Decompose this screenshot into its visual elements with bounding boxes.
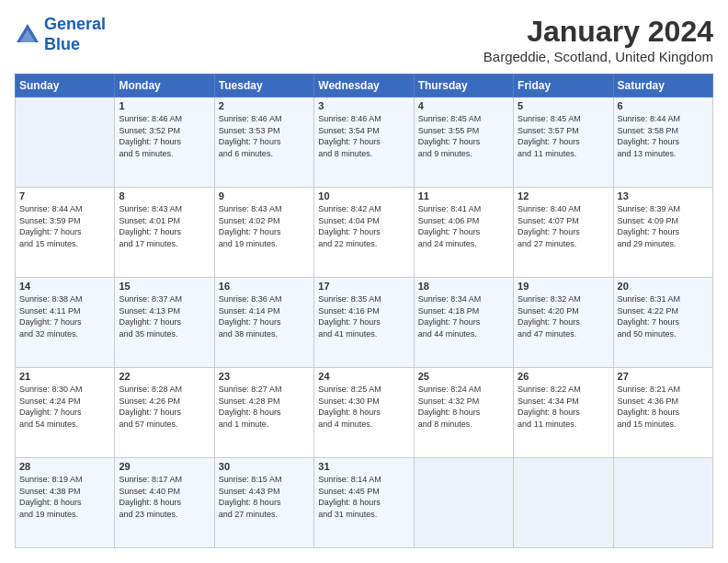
table-row: 19Sunrise: 8:32 AM Sunset: 4:20 PM Dayli…	[514, 278, 613, 368]
col-tuesday: Tuesday	[214, 75, 313, 98]
day-number: 10	[318, 190, 409, 201]
page: General Blue January 2024 Bargeddie, Sco…	[0, 0, 728, 563]
table-row: 29Sunrise: 8:17 AM Sunset: 4:40 PM Dayli…	[115, 458, 214, 548]
table-row: 10Sunrise: 8:42 AM Sunset: 4:04 PM Dayli…	[314, 188, 414, 278]
table-row: 31Sunrise: 8:14 AM Sunset: 4:45 PM Dayli…	[314, 458, 414, 548]
table-row: 20Sunrise: 8:31 AM Sunset: 4:22 PM Dayli…	[613, 278, 712, 368]
day-number: 5	[518, 100, 609, 111]
day-number: 29	[119, 461, 210, 472]
table-row: 6Sunrise: 8:44 AM Sunset: 3:58 PM Daylig…	[613, 98, 712, 188]
table-row	[16, 98, 115, 188]
table-row: 15Sunrise: 8:37 AM Sunset: 4:13 PM Dayli…	[115, 278, 214, 368]
day-number: 11	[418, 190, 509, 201]
day-number: 28	[19, 461, 110, 472]
calendar-week-row: 1Sunrise: 8:46 AM Sunset: 3:52 PM Daylig…	[16, 98, 713, 188]
table-row: 22Sunrise: 8:28 AM Sunset: 4:26 PM Dayli…	[115, 368, 214, 458]
table-row: 25Sunrise: 8:24 AM Sunset: 4:32 PM Dayli…	[414, 368, 513, 458]
day-info: Sunrise: 8:41 AM Sunset: 4:06 PM Dayligh…	[418, 203, 509, 249]
table-row: 16Sunrise: 8:36 AM Sunset: 4:14 PM Dayli…	[214, 278, 313, 368]
logo: General Blue	[15, 15, 106, 54]
table-row: 1Sunrise: 8:46 AM Sunset: 3:52 PM Daylig…	[115, 98, 214, 188]
calendar-title: January 2024	[483, 15, 713, 49]
day-number: 30	[219, 461, 310, 472]
day-number: 27	[618, 371, 709, 382]
day-info: Sunrise: 8:17 AM Sunset: 4:40 PM Dayligh…	[119, 474, 210, 520]
col-friday: Friday	[514, 75, 613, 98]
table-row: 8Sunrise: 8:43 AM Sunset: 4:01 PM Daylig…	[115, 188, 214, 278]
day-info: Sunrise: 8:30 AM Sunset: 4:24 PM Dayligh…	[19, 384, 110, 430]
day-number: 15	[119, 281, 210, 292]
table-row: 5Sunrise: 8:45 AM Sunset: 3:57 PM Daylig…	[514, 98, 613, 188]
day-number: 4	[418, 100, 509, 111]
table-row: 18Sunrise: 8:34 AM Sunset: 4:18 PM Dayli…	[414, 278, 513, 368]
day-info: Sunrise: 8:25 AM Sunset: 4:30 PM Dayligh…	[318, 384, 409, 430]
day-number: 6	[618, 100, 709, 111]
day-info: Sunrise: 8:32 AM Sunset: 4:20 PM Dayligh…	[518, 293, 609, 339]
table-row: 9Sunrise: 8:43 AM Sunset: 4:02 PM Daylig…	[214, 188, 313, 278]
day-info: Sunrise: 8:21 AM Sunset: 4:36 PM Dayligh…	[618, 384, 709, 430]
header: General Blue January 2024 Bargeddie, Sco…	[15, 15, 713, 64]
calendar-table: Sunday Monday Tuesday Wednesday Thursday…	[15, 74, 713, 548]
day-info: Sunrise: 8:39 AM Sunset: 4:09 PM Dayligh…	[618, 203, 709, 249]
day-info: Sunrise: 8:44 AM Sunset: 3:58 PM Dayligh…	[618, 113, 709, 159]
calendar-week-row: 7Sunrise: 8:44 AM Sunset: 3:59 PM Daylig…	[16, 188, 713, 278]
calendar-week-row: 28Sunrise: 8:19 AM Sunset: 4:38 PM Dayli…	[16, 458, 713, 548]
col-saturday: Saturday	[613, 75, 712, 98]
day-info: Sunrise: 8:27 AM Sunset: 4:28 PM Dayligh…	[219, 384, 310, 430]
table-row: 2Sunrise: 8:46 AM Sunset: 3:53 PM Daylig…	[214, 98, 313, 188]
day-info: Sunrise: 8:45 AM Sunset: 3:55 PM Dayligh…	[418, 113, 509, 159]
day-number: 16	[219, 281, 310, 292]
day-info: Sunrise: 8:28 AM Sunset: 4:26 PM Dayligh…	[119, 384, 210, 430]
day-number: 31	[318, 461, 409, 472]
table-row: 28Sunrise: 8:19 AM Sunset: 4:38 PM Dayli…	[16, 458, 115, 548]
title-block: January 2024 Bargeddie, Scotland, United…	[483, 15, 713, 64]
day-number: 14	[19, 281, 110, 292]
day-number: 26	[518, 371, 609, 382]
col-wednesday: Wednesday	[314, 75, 414, 98]
logo-icon	[15, 22, 40, 48]
day-info: Sunrise: 8:43 AM Sunset: 4:01 PM Dayligh…	[119, 203, 210, 249]
table-row: 24Sunrise: 8:25 AM Sunset: 4:30 PM Dayli…	[314, 368, 414, 458]
day-info: Sunrise: 8:19 AM Sunset: 4:38 PM Dayligh…	[19, 474, 110, 520]
day-info: Sunrise: 8:35 AM Sunset: 4:16 PM Dayligh…	[318, 293, 409, 339]
table-row: 27Sunrise: 8:21 AM Sunset: 4:36 PM Dayli…	[613, 368, 712, 458]
table-row: 13Sunrise: 8:39 AM Sunset: 4:09 PM Dayli…	[613, 188, 712, 278]
calendar-week-row: 14Sunrise: 8:38 AM Sunset: 4:11 PM Dayli…	[16, 278, 713, 368]
day-number: 2	[219, 100, 310, 111]
day-info: Sunrise: 8:36 AM Sunset: 4:14 PM Dayligh…	[219, 293, 310, 339]
day-info: Sunrise: 8:46 AM Sunset: 3:52 PM Dayligh…	[119, 113, 210, 159]
table-row: 4Sunrise: 8:45 AM Sunset: 3:55 PM Daylig…	[414, 98, 513, 188]
day-info: Sunrise: 8:24 AM Sunset: 4:32 PM Dayligh…	[418, 384, 509, 430]
table-row	[414, 458, 513, 548]
day-info: Sunrise: 8:37 AM Sunset: 4:13 PM Dayligh…	[119, 293, 210, 339]
day-info: Sunrise: 8:46 AM Sunset: 3:54 PM Dayligh…	[318, 113, 409, 159]
day-info: Sunrise: 8:42 AM Sunset: 4:04 PM Dayligh…	[318, 203, 409, 249]
day-info: Sunrise: 8:46 AM Sunset: 3:53 PM Dayligh…	[219, 113, 310, 159]
col-thursday: Thursday	[414, 75, 513, 98]
table-row: 26Sunrise: 8:22 AM Sunset: 4:34 PM Dayli…	[514, 368, 613, 458]
day-number: 18	[418, 281, 509, 292]
calendar-header-row: Sunday Monday Tuesday Wednesday Thursday…	[16, 75, 713, 98]
table-row: 14Sunrise: 8:38 AM Sunset: 4:11 PM Dayli…	[16, 278, 115, 368]
day-number: 24	[318, 371, 409, 382]
day-number: 19	[518, 281, 609, 292]
table-row: 23Sunrise: 8:27 AM Sunset: 4:28 PM Dayli…	[214, 368, 313, 458]
day-number: 12	[518, 190, 609, 201]
day-number: 22	[119, 371, 210, 382]
day-number: 7	[19, 190, 110, 201]
day-number: 23	[219, 371, 310, 382]
table-row: 17Sunrise: 8:35 AM Sunset: 4:16 PM Dayli…	[314, 278, 414, 368]
day-number: 9	[219, 190, 310, 201]
logo-general: General	[44, 15, 106, 33]
day-number: 8	[119, 190, 210, 201]
day-info: Sunrise: 8:40 AM Sunset: 4:07 PM Dayligh…	[518, 203, 609, 249]
table-row	[514, 458, 613, 548]
day-info: Sunrise: 8:34 AM Sunset: 4:18 PM Dayligh…	[418, 293, 509, 339]
calendar-week-row: 21Sunrise: 8:30 AM Sunset: 4:24 PM Dayli…	[16, 368, 713, 458]
logo-text: General Blue	[44, 15, 106, 54]
table-row: 3Sunrise: 8:46 AM Sunset: 3:54 PM Daylig…	[314, 98, 414, 188]
day-number: 25	[418, 371, 509, 382]
day-info: Sunrise: 8:38 AM Sunset: 4:11 PM Dayligh…	[19, 293, 110, 339]
table-row: 21Sunrise: 8:30 AM Sunset: 4:24 PM Dayli…	[16, 368, 115, 458]
day-info: Sunrise: 8:14 AM Sunset: 4:45 PM Dayligh…	[318, 474, 409, 520]
